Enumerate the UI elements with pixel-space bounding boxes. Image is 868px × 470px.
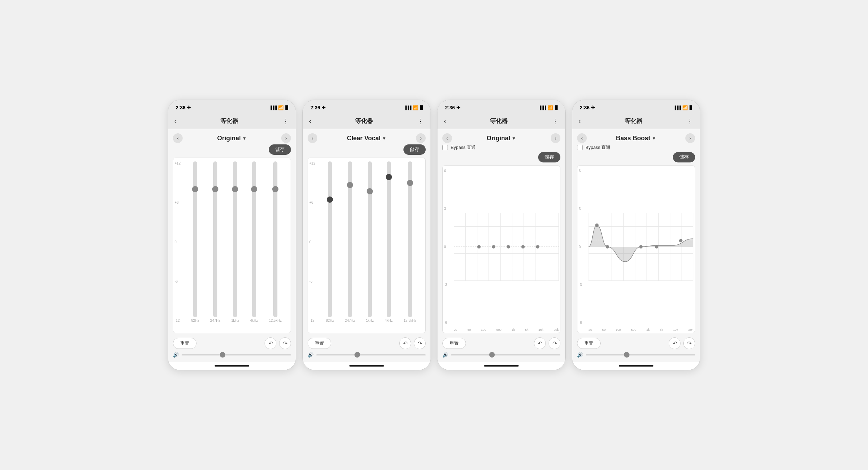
more-button[interactable]: ⋮ [686, 117, 694, 125]
wifi-icon: 📶 [682, 105, 688, 110]
eq-bar-thumb-3[interactable] [251, 186, 257, 192]
eq-bar-track-4[interactable] [408, 161, 412, 317]
x-label: 500 [631, 328, 636, 331]
undo-button[interactable]: ↶ [534, 337, 546, 349]
eq-bar-thumb-0[interactable] [192, 186, 198, 192]
volume-thumb[interactable] [220, 352, 225, 358]
reset-button[interactable]: 重置 [308, 338, 331, 349]
redo-button[interactable]: ↷ [414, 337, 426, 349]
undo-button[interactable]: ↶ [265, 337, 276, 349]
eq-bar-thumb-1[interactable] [212, 186, 218, 192]
volume-track[interactable] [586, 354, 695, 355]
preset-name[interactable]: Original ▼ [487, 135, 516, 142]
eq-bar-track-0[interactable] [193, 161, 197, 317]
svg-point-17 [477, 245, 481, 249]
volume-icon: 🔊 [308, 352, 314, 358]
eq-bar-thumb-4[interactable] [407, 180, 413, 186]
x-label: 20 [589, 328, 592, 331]
preset-dropdown-arrow: ▼ [382, 136, 386, 141]
more-button[interactable]: ⋮ [552, 117, 559, 125]
eq-bar-thumb-0[interactable] [327, 196, 333, 203]
more-button[interactable]: ⋮ [282, 117, 290, 125]
volume-thumb[interactable] [354, 352, 360, 358]
eq-bar-track-1[interactable] [348, 161, 352, 317]
eq-bars-area: +12+60-6-12 82Hz 247Hz 1kHz 4kHz [173, 158, 291, 333]
eq-bar-track-0[interactable] [328, 161, 332, 317]
eq-bar-track-2[interactable] [233, 161, 237, 317]
back-button[interactable]: ‹ [444, 117, 446, 125]
eq-bar-track-4[interactable] [273, 161, 277, 317]
next-preset-button[interactable]: › [685, 133, 695, 143]
back-button[interactable]: ‹ [174, 117, 177, 125]
undo-button[interactable]: ↶ [669, 337, 681, 349]
eq-bar-thumb-3[interactable] [386, 174, 392, 180]
prev-preset-button[interactable]: ‹ [173, 133, 183, 143]
preset-name[interactable]: Bass Boost ▼ [616, 135, 656, 142]
preset-dropdown-arrow: ▼ [242, 136, 247, 141]
screens-container: 2:36 ✈ ▐▐▐ 📶 ▉ ‹ 等化器 ⋮ ‹ Original ▼ [161, 93, 707, 377]
eq-bar-thumb-2[interactable] [367, 188, 373, 194]
undo-redo-group: ↶ ↷ [399, 337, 426, 349]
prev-preset-button[interactable]: ‹ [577, 133, 587, 143]
preset-name[interactable]: Original ▼ [217, 135, 247, 142]
eq-bar-thumb-4[interactable] [272, 186, 278, 192]
save-button[interactable]: 儲存 [538, 152, 560, 162]
eq-bar-col-3: 4kHz [250, 161, 258, 322]
eq-graph-svg [454, 169, 559, 325]
preset-header-row: ‹ Original ▼ › [173, 133, 291, 143]
eq-bar-col-0: 82Hz [191, 161, 199, 322]
eq-bar-thumb-2[interactable] [232, 186, 238, 192]
eq-bar-col-1: 247Hz [210, 161, 220, 322]
wifi-icon: 📶 [278, 105, 284, 110]
save-button[interactable]: 儲存 [269, 144, 291, 155]
x-label: 500 [496, 328, 501, 331]
svg-point-39 [606, 245, 609, 249]
prev-preset-button[interactable]: ‹ [442, 133, 452, 143]
volume-track[interactable] [451, 354, 560, 355]
volume-track[interactable] [316, 354, 426, 355]
back-button[interactable]: ‹ [309, 117, 311, 125]
back-button[interactable]: ‹ [578, 117, 581, 125]
app-title: 等化器 [355, 117, 373, 125]
prev-preset-button[interactable]: ‹ [308, 133, 317, 143]
eq-graph-svg [589, 169, 693, 325]
x-label: 100 [616, 328, 621, 331]
volume-track[interactable] [182, 354, 291, 355]
eq-bars: 82Hz 247Hz 1kHz 4kHz 12.5kHz [320, 161, 422, 322]
volume-thumb[interactable] [489, 352, 495, 358]
preset-center: Bass Boost ▼ [616, 135, 656, 142]
eq-bar-track-2[interactable] [368, 161, 372, 317]
bypass-checkbox[interactable] [442, 145, 448, 150]
freq-label-1: 247Hz [210, 319, 220, 322]
redo-button[interactable]: ↷ [279, 337, 291, 349]
home-bar [349, 365, 384, 367]
next-preset-button[interactable]: › [281, 133, 291, 143]
preset-header-row: ‹ Bass Boost ▼ › [577, 133, 695, 143]
y-label: 3 [579, 207, 582, 211]
redo-button[interactable]: ↷ [549, 337, 560, 349]
redo-button[interactable]: ↷ [683, 337, 695, 349]
svg-point-40 [639, 245, 643, 249]
eq-bar-thumb-1[interactable] [347, 182, 353, 188]
preset-name[interactable]: Clear Vocal ▼ [347, 135, 386, 142]
phone-screen-screen3: 2:36 ✈ ▐▐▐ 📶 ▉ ‹ 等化器 ⋮ ‹ Original ▼ [437, 100, 566, 370]
reset-button[interactable]: 重置 [577, 338, 601, 349]
reset-button[interactable]: 重置 [442, 338, 466, 349]
bypass-label: Bypass 直通 [585, 144, 610, 151]
bypass-checkbox[interactable] [577, 145, 583, 150]
next-preset-button[interactable]: › [551, 133, 560, 143]
x-label: 20k [553, 328, 559, 331]
next-preset-button[interactable]: › [416, 133, 426, 143]
save-button[interactable]: 儲存 [673, 152, 695, 162]
more-button[interactable]: ⋮ [417, 117, 424, 125]
eq-bar-track-3[interactable] [252, 161, 256, 317]
eq-bar-track-1[interactable] [213, 161, 217, 317]
undo-button[interactable]: ↶ [399, 337, 411, 349]
eq-bar-col-0: 82Hz [326, 161, 334, 322]
reset-button[interactable]: 重置 [173, 338, 197, 349]
x-label: 10k [539, 328, 544, 331]
volume-thumb[interactable] [624, 352, 629, 358]
battery-icon: ▉ [420, 106, 423, 110]
save-button[interactable]: 儲存 [403, 144, 426, 155]
eq-bar-track-3[interactable] [387, 161, 391, 317]
